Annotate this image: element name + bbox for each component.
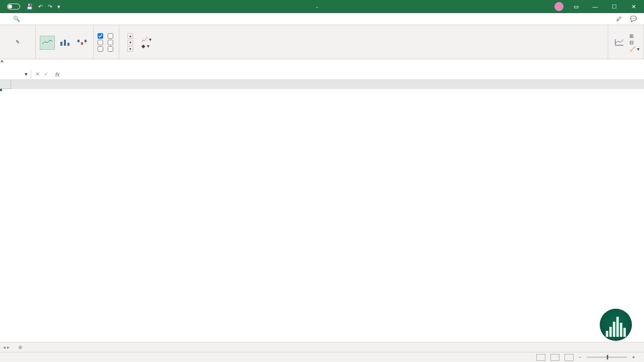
title-bar: 💾 ↶ ↷ ▾ - ▭ — ☐ ✕	[0, 0, 644, 13]
add-sheet-button[interactable]: ⊕	[14, 344, 26, 350]
accept-formula-icon[interactable]: ✓	[44, 71, 48, 77]
sheet-tab-bar: ◂ ▸ ⊕	[0, 342, 644, 352]
formula-bar: ▾ ✕ ✓ fx	[0, 69, 644, 80]
watermark-logo	[600, 309, 632, 341]
cancel-formula-icon[interactable]: ✕	[35, 71, 40, 77]
ribbon-tabs: 🔍 🖉 💬	[0, 13, 644, 25]
ungroup-button[interactable]: ⊟	[629, 40, 639, 45]
sheet-nav-icon[interactable]: ◂ ▸	[3, 344, 10, 350]
comments-button[interactable]: 💬	[630, 16, 637, 22]
fx-icon[interactable]: fx	[52, 71, 63, 77]
ribbon-mode-icon[interactable]: ▭	[570, 4, 583, 10]
axis-button[interactable]	[612, 36, 626, 49]
collapse-ribbon-icon[interactable]: ˄	[0, 60, 4, 68]
save-icon[interactable]: 💾	[26, 4, 33, 10]
zoom-in-icon[interactable]: +	[632, 354, 635, 360]
chevron-down-icon: ▾	[25, 71, 28, 77]
svg-rect-1	[64, 40, 66, 46]
clear-button[interactable]: 🧹 ▾	[629, 46, 639, 52]
check-lowpoint[interactable]	[98, 40, 105, 45]
view-normal-icon[interactable]	[536, 354, 545, 361]
undo-icon[interactable]: ↶	[38, 4, 43, 10]
gallery-scroll-up-icon[interactable]: ▴	[127, 33, 133, 39]
selection-border	[0, 89, 2, 91]
check-markers[interactable]	[108, 46, 115, 52]
zoom-out-icon[interactable]: −	[579, 354, 582, 360]
close-icon[interactable]: ✕	[627, 4, 640, 10]
select-all[interactable]	[0, 80, 11, 89]
search-box[interactable]: 🔍	[13, 16, 22, 22]
svg-rect-4	[81, 42, 83, 45]
type-winloss-button[interactable]	[75, 36, 89, 49]
ribbon: ✎	[0, 25, 644, 59]
pencil-icon: ✎	[13, 37, 23, 47]
spreadsheet-grid[interactable]	[0, 80, 644, 351]
winloss-icon	[77, 37, 87, 47]
axis-icon	[614, 37, 624, 47]
redo-icon[interactable]: ↷	[48, 4, 52, 10]
search-icon: 🔍	[13, 16, 20, 22]
check-firstpoint[interactable]	[108, 33, 115, 39]
qat-more-icon[interactable]: ▾	[57, 4, 60, 10]
edit-data-button[interactable]: ✎	[4, 36, 31, 49]
svg-rect-5	[85, 40, 87, 42]
line-icon	[42, 37, 52, 47]
svg-rect-3	[77, 40, 79, 42]
svg-rect-2	[67, 43, 69, 46]
gallery-scroll-down-icon[interactable]: ▾	[127, 40, 133, 45]
type-column-button[interactable]	[58, 36, 72, 49]
name-box[interactable]: ▾	[0, 70, 31, 78]
marker-color-button[interactable]: ◆ ▾	[141, 43, 151, 49]
zoom-slider[interactable]	[587, 356, 627, 358]
minimize-icon[interactable]: —	[589, 4, 602, 10]
status-bar: − +	[0, 352, 644, 362]
gallery-more-icon[interactable]: ▾	[127, 46, 133, 52]
view-pagebreak-icon[interactable]	[565, 354, 574, 361]
share-button[interactable]: 🖉	[616, 16, 622, 22]
svg-rect-0	[60, 42, 62, 46]
type-line-button[interactable]	[40, 36, 55, 50]
column-icon	[60, 37, 70, 47]
sparkline-color-button[interactable]: 📈 ▾	[141, 37, 151, 42]
maximize-icon[interactable]: ☐	[608, 4, 621, 10]
autosave-toggle[interactable]	[7, 4, 20, 10]
group-button[interactable]: ⊞	[629, 33, 639, 39]
check-highpoint[interactable]	[98, 33, 105, 39]
avatar[interactable]	[554, 2, 564, 11]
view-pagelayout-icon[interactable]	[550, 354, 559, 361]
check-negpoints[interactable]	[98, 46, 105, 52]
check-lastpoint[interactable]	[108, 40, 115, 45]
